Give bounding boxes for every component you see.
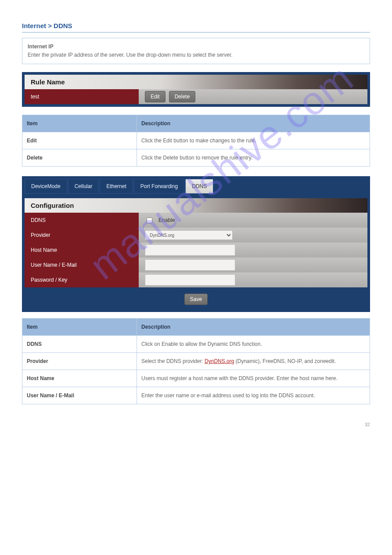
cell-item: Provider bbox=[22, 353, 137, 370]
table-row: User Name / E-Mail Enter the user name o… bbox=[22, 387, 370, 404]
th-item: Item bbox=[22, 115, 137, 132]
tab-devicemode[interactable]: DeviceMode bbox=[25, 179, 67, 194]
cell-item: Edit bbox=[22, 132, 137, 149]
tab-ddns[interactable]: DDNS bbox=[185, 179, 213, 194]
rule-panel: Rule Name test Edit Delete bbox=[22, 72, 370, 107]
ddns-panel: DeviceMode Cellular Ethernet Port Forwar… bbox=[22, 176, 370, 312]
label-pass: Password / Key bbox=[25, 272, 139, 287]
rule-panel-header: Rule Name bbox=[25, 75, 367, 89]
cell-item: Delete bbox=[22, 149, 137, 167]
table-row: Host Name Users must register a host nam… bbox=[22, 370, 370, 387]
config-row-host: Host Name bbox=[25, 243, 367, 258]
host-input[interactable] bbox=[145, 244, 235, 256]
config-row-provider: Provider DynDNS.org bbox=[25, 228, 367, 243]
label-provider: Provider bbox=[25, 228, 139, 243]
table-row: Provider Select the DDNS provider: DynDN… bbox=[22, 353, 370, 370]
cell-desc: Click on Enable to allow the Dynamic DNS… bbox=[137, 336, 370, 353]
intro-label: Internet IP bbox=[28, 44, 54, 50]
enable-label: Enable bbox=[158, 217, 175, 223]
user-input[interactable] bbox=[145, 259, 235, 271]
table-row: Delete Click the Delete button to remove… bbox=[22, 149, 370, 167]
cell-desc: Enter the user name or e-mail address us… bbox=[137, 387, 370, 404]
save-button[interactable]: Save bbox=[184, 294, 208, 305]
th-item: Item bbox=[22, 319, 137, 336]
tab-cellular[interactable]: Cellular bbox=[68, 179, 99, 194]
section-title: Internet > DDNS bbox=[22, 22, 370, 33]
enable-checkbox[interactable] bbox=[147, 218, 152, 223]
label-host: Host Name bbox=[25, 243, 139, 258]
rule-desc-table: Item Description Edit Click the Edit but… bbox=[22, 115, 370, 167]
delete-button[interactable]: Delete bbox=[169, 91, 196, 102]
table-row: DDNS Click on Enable to allow the Dynami… bbox=[22, 336, 370, 353]
table-row: Edit Click the Edit button to make chang… bbox=[22, 132, 370, 149]
label-ddns: DDNS bbox=[25, 213, 139, 228]
th-desc: Description bbox=[137, 115, 370, 132]
dyndns-link[interactable]: DynDNS.org bbox=[205, 358, 234, 364]
cell-desc: Click the Edit button to make changes to… bbox=[137, 132, 370, 149]
cell-item: Host Name bbox=[22, 370, 137, 387]
tab-ethernet[interactable]: Ethernet bbox=[100, 179, 133, 194]
cell-item: User Name / E-Mail bbox=[22, 387, 137, 404]
label-user: User Name / E-Mail bbox=[25, 258, 139, 272]
config-row-ddns: DDNS Enable bbox=[25, 213, 367, 228]
provider-select[interactable]: DynDNS.org bbox=[145, 230, 233, 240]
cell-desc: Click the Delete button to remove the ru… bbox=[137, 149, 370, 167]
tab-bar: DeviceMode Cellular Ethernet Port Forwar… bbox=[22, 176, 370, 194]
edit-button[interactable]: Edit bbox=[145, 91, 165, 102]
cell-item: DDNS bbox=[22, 336, 137, 353]
pass-input[interactable] bbox=[145, 274, 235, 286]
tab-portforwarding[interactable]: Port Forwarding bbox=[134, 179, 184, 194]
config-header: Configuration bbox=[25, 198, 367, 213]
ddns-desc-table: Item Description DDNS Click on Enable to… bbox=[22, 318, 370, 404]
th-desc: Description bbox=[137, 319, 370, 336]
config-row-user: User Name / E-Mail bbox=[25, 258, 367, 272]
cell-desc: Users must register a host name with the… bbox=[137, 370, 370, 387]
cell-desc: Select the DDNS provider: DynDNS.org (Dy… bbox=[137, 353, 370, 370]
intro-text: Enter the private IP address of the serv… bbox=[28, 52, 233, 58]
rule-row: test Edit Delete bbox=[25, 89, 367, 104]
rule-value: test bbox=[25, 89, 139, 104]
intro-box: Internet IP Enter the private IP address… bbox=[22, 38, 370, 64]
config-row-pass: Password / Key bbox=[25, 272, 367, 287]
page-number: 32 bbox=[22, 422, 370, 427]
